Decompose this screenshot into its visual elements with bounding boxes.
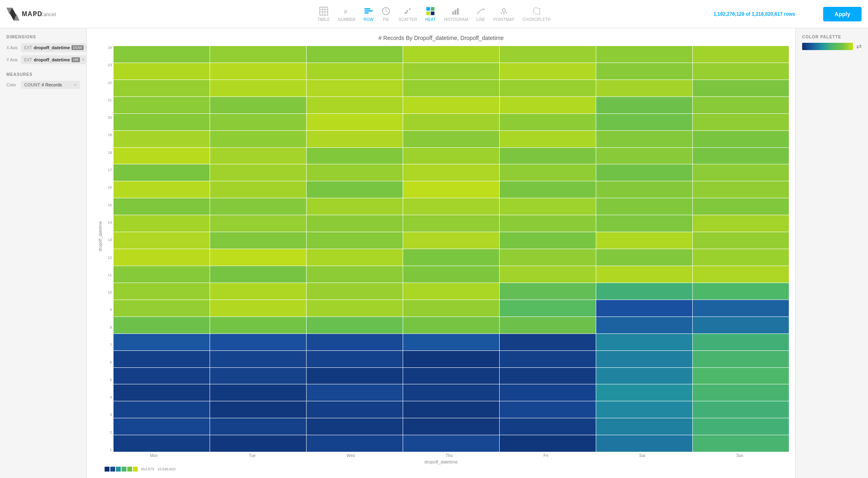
heatmap-cell[interactable]	[403, 131, 499, 147]
heatmap-cell[interactable]	[210, 334, 306, 350]
heatmap-cell[interactable]	[403, 401, 499, 418]
heatmap-cell[interactable]	[693, 368, 789, 384]
heatmap-cell[interactable]	[500, 418, 596, 435]
heatmap-cell[interactable]	[210, 198, 306, 215]
heatmap-row[interactable]	[113, 164, 789, 181]
heatmap-cell[interactable]	[596, 317, 692, 333]
tab-pie[interactable]: PIE	[382, 6, 391, 21]
heatmap-cell[interactable]	[210, 46, 306, 63]
heatmap-cell[interactable]	[113, 198, 210, 215]
heatmap-cell[interactable]	[307, 232, 403, 249]
heatmap-cell[interactable]	[693, 418, 789, 435]
heatmap-cell[interactable]	[596, 368, 692, 384]
heatmap-cell[interactable]	[307, 164, 403, 181]
heatmap-cell[interactable]	[693, 97, 789, 113]
tab-line[interactable]: LINE	[476, 6, 485, 21]
heatmap-cell[interactable]	[500, 181, 596, 198]
measure-tag[interactable]: COUNT # Records ×	[21, 81, 80, 89]
heatmap-cell[interactable]	[113, 283, 210, 300]
heatmap-cell[interactable]	[693, 401, 789, 418]
heatmap-cell[interactable]	[210, 232, 306, 249]
heatmap-row[interactable]	[113, 435, 789, 452]
heatmap-cell[interactable]	[596, 97, 692, 113]
heatmap-cell[interactable]	[307, 198, 403, 215]
heatmap-cell[interactable]	[403, 283, 499, 300]
heatmap-cell[interactable]	[113, 266, 210, 283]
heatmap-cell[interactable]	[307, 114, 403, 130]
tab-table[interactable]: TABLE	[317, 6, 330, 21]
heatmap-cell[interactable]	[210, 181, 306, 198]
heatmap-row[interactable]	[113, 114, 789, 130]
heatmap-cell[interactable]	[307, 131, 403, 147]
heatmap-cell[interactable]	[596, 198, 692, 215]
tab-number[interactable]: # NUMBER	[338, 6, 355, 21]
heatmap-cell[interactable]	[403, 384, 499, 401]
heatmap-cell[interactable]	[307, 215, 403, 232]
heatmap-cell[interactable]	[596, 63, 692, 80]
heatmap-cell[interactable]	[693, 181, 789, 198]
heatmap-cell[interactable]	[596, 266, 692, 283]
heatmap-cell[interactable]	[500, 317, 596, 333]
heatmap-cell[interactable]	[596, 401, 692, 418]
heatmap-cell[interactable]	[693, 164, 789, 181]
heatmap-cell[interactable]	[693, 435, 789, 452]
heatmap-cell[interactable]	[403, 215, 499, 232]
heatmap-cell[interactable]	[596, 80, 692, 96]
heatmap-cell[interactable]	[403, 232, 499, 249]
heatmap-cell[interactable]	[113, 164, 210, 181]
heatmap-cell[interactable]	[500, 198, 596, 215]
heatmap-cell[interactable]	[113, 418, 210, 435]
color-palette-bar[interactable]	[802, 43, 853, 50]
y-axis-tag[interactable]: EXT dropoff_datetime HR ×	[21, 55, 88, 64]
heatmap-cell[interactable]	[596, 435, 692, 452]
heatmap-cell[interactable]	[210, 283, 306, 300]
cancel-button[interactable]: Cancel	[32, 11, 56, 17]
heatmap-cell[interactable]	[113, 401, 210, 418]
heatmap-cell[interactable]	[403, 97, 499, 113]
heatmap-cell[interactable]	[210, 80, 306, 96]
heatmap-cell[interactable]	[210, 266, 306, 283]
heatmap-cell[interactable]	[693, 300, 789, 317]
heatmap-cell[interactable]	[307, 181, 403, 198]
heatmap-cell[interactable]	[403, 181, 499, 198]
heatmap-cell[interactable]	[596, 131, 692, 147]
heatmap-row[interactable]	[113, 215, 789, 232]
heatmap-row[interactable]	[113, 384, 789, 401]
heatmap-cell[interactable]	[500, 215, 596, 232]
heatmap-cell[interactable]	[307, 351, 403, 367]
tab-scatter[interactable]: SCATTER	[399, 6, 417, 21]
heatmap-cell[interactable]	[113, 97, 210, 113]
heatmap-cell[interactable]	[307, 418, 403, 435]
heatmap-cell[interactable]	[307, 300, 403, 317]
heatmap-cell[interactable]	[403, 418, 499, 435]
heatmap-cell[interactable]	[307, 368, 403, 384]
x-axis-tag[interactable]: EXT dropoff_datetime DOW ×	[21, 43, 91, 52]
heatmap-cell[interactable]	[596, 418, 692, 435]
heatmap-cell[interactable]	[500, 401, 596, 418]
heatmap-cell[interactable]	[500, 131, 596, 147]
heatmap-cell[interactable]	[403, 148, 499, 164]
heatmap-row[interactable]	[113, 368, 789, 384]
heatmap-cell[interactable]	[210, 418, 306, 435]
heatmap-cell[interactable]	[403, 368, 499, 384]
heatmap-cell[interactable]	[113, 46, 210, 63]
heatmap-cell[interactable]	[403, 266, 499, 283]
heatmap-cell[interactable]	[500, 232, 596, 249]
heatmap-cell[interactable]	[210, 164, 306, 181]
heatmap-cell[interactable]	[596, 283, 692, 300]
heatmap-cell[interactable]	[210, 249, 306, 266]
heatmap-cell[interactable]	[693, 215, 789, 232]
heatmap-cell[interactable]	[307, 63, 403, 80]
heatmap-cell[interactable]	[307, 283, 403, 300]
heatmap-cell[interactable]	[693, 63, 789, 80]
heatmap-cell[interactable]	[500, 266, 596, 283]
heatmap-cell[interactable]	[500, 351, 596, 367]
heatmap-cell[interactable]	[210, 131, 306, 147]
heatmap-cell[interactable]	[500, 97, 596, 113]
heatmap-cell[interactable]	[210, 63, 306, 80]
heatmap-cell[interactable]	[403, 63, 499, 80]
heatmap-cell[interactable]	[403, 249, 499, 266]
heatmap-cell[interactable]	[210, 401, 306, 418]
heatmap-cell[interactable]	[500, 148, 596, 164]
heatmap-cell[interactable]	[113, 435, 210, 452]
